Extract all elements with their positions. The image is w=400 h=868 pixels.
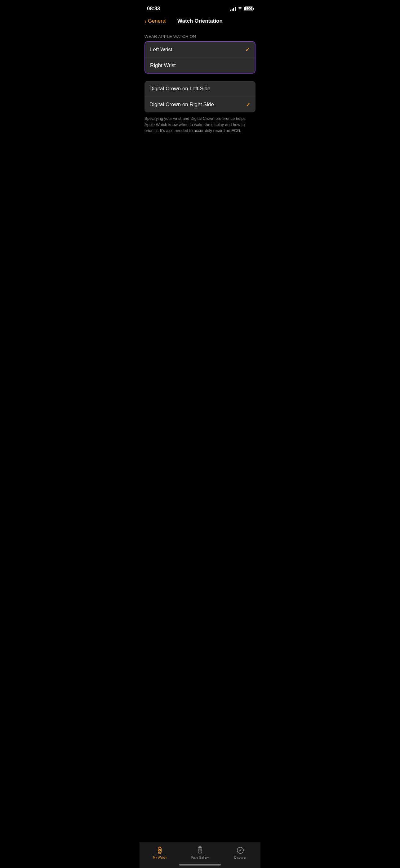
wrist-section-label: WEAR APPLE WATCH ON (139, 34, 261, 41)
wrist-options-group: Left Wrist ✓ Right Wrist (144, 41, 256, 73)
back-chevron-icon: ‹ (144, 18, 147, 24)
signal-icon (230, 6, 236, 11)
back-label: General (148, 18, 167, 24)
page-title: Watch Orientation (177, 18, 223, 24)
crown-right-checkmark: ✓ (246, 101, 251, 108)
right-wrist-option[interactable]: Right Wrist (145, 57, 255, 73)
right-wrist-label: Right Wrist (150, 62, 176, 69)
status-time: 08:33 (147, 6, 160, 12)
back-button[interactable]: ‹ General (144, 18, 167, 24)
wifi-icon (237, 6, 242, 11)
status-icons: 100 (230, 6, 253, 11)
crown-left-option[interactable]: Digital Crown on Left Side (144, 81, 256, 97)
crown-left-label: Digital Crown on Left Side (149, 86, 210, 92)
footnote-text: Specifying your wrist and Digital Crown … (139, 113, 261, 134)
status-bar: 08:33 100 (139, 0, 261, 16)
nav-bar: ‹ General Watch Orientation (139, 16, 261, 29)
left-wrist-option[interactable]: Left Wrist ✓ (145, 42, 255, 57)
crown-right-option[interactable]: Digital Crown on Right Side ✓ (144, 97, 256, 113)
crown-right-label: Digital Crown on Right Side (149, 101, 214, 108)
left-wrist-checkmark: ✓ (245, 46, 250, 53)
battery-icon: 100 (244, 6, 253, 11)
content-area: WEAR APPLE WATCH ON Left Wrist ✓ Right W… (139, 29, 261, 139)
crown-options-group: Digital Crown on Left Side Digital Crown… (144, 81, 256, 113)
left-wrist-label: Left Wrist (150, 46, 172, 53)
